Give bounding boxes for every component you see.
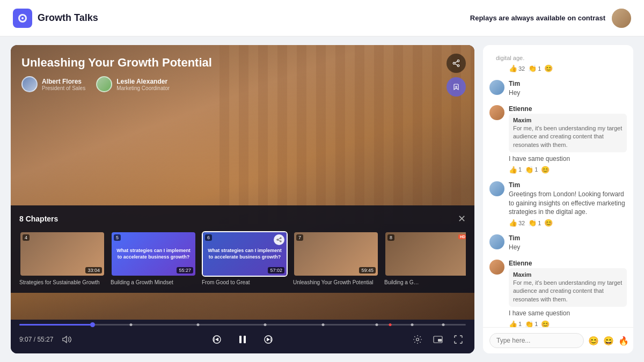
chat-message-tim-1: Tim Hey xyxy=(489,80,627,98)
chapter-item-4[interactable]: 4 33:04 Strategies for Sustainable Growt… xyxy=(19,231,105,285)
chapter-label-5: Building a Growth Mindset xyxy=(111,279,196,285)
chapter-thumb-4: 4 33:04 xyxy=(19,231,105,277)
play-pause-button[interactable] xyxy=(233,330,252,349)
emoji-button-fire[interactable]: 🔥 xyxy=(618,336,629,346)
video-overlay: Unleashing Your Growth Potential Albert … xyxy=(21,56,442,92)
reaction-clap-e2: 👏 1 xyxy=(525,320,538,327)
chapter-hd-badge: HD xyxy=(458,234,466,239)
svg-line-7 xyxy=(455,64,458,65)
svg-line-12 xyxy=(278,240,280,241)
chapter-time-5: 55:27 xyxy=(177,267,193,274)
chat-avatar-etienne-2 xyxy=(489,260,504,275)
reaction-thumbsup-e1: 👍 1 xyxy=(509,166,522,174)
speaker-1-avatar xyxy=(21,76,38,92)
chat-avatar-tim-1 xyxy=(489,80,504,95)
settings-button[interactable] xyxy=(410,332,425,347)
chapter-item-6[interactable]: What strategies can I implement to accel… xyxy=(202,231,288,285)
chat-quoted-text-1: For me, it's been understanding my targe… xyxy=(513,124,623,149)
speaker-1: Albert Flores President of Sales xyxy=(21,76,85,92)
svg-rect-17 xyxy=(438,339,442,342)
chat-quoted-author-1: Maxim xyxy=(513,117,623,123)
marker-6 xyxy=(411,323,414,326)
chat-message-etienne-1: Etienne Maxim For me, it's been understa… xyxy=(489,105,627,174)
controls-right xyxy=(410,332,466,347)
svg-point-3 xyxy=(457,60,459,62)
chapter-thumb-6: What strategies can I implement to accel… xyxy=(202,231,288,277)
chapter-slide-text-6: What strategies can I implement to accel… xyxy=(207,248,282,260)
emoji-button-smile[interactable]: 😊 xyxy=(588,336,599,346)
chapter-thumb-5: What strategies can I implement to accel… xyxy=(111,231,196,277)
chat-body-tim-1: Tim Hey xyxy=(509,80,627,98)
chat-quoted-2: Maxim For me, it's been understanding my… xyxy=(509,268,627,307)
volume-button[interactable] xyxy=(60,332,75,347)
fullscreen-button[interactable] xyxy=(451,332,466,347)
bookmark-button[interactable] xyxy=(447,77,466,97)
marker-live xyxy=(389,323,391,326)
marker-5 xyxy=(375,323,378,326)
svg-rect-13 xyxy=(239,336,241,343)
speaker-2: Leslie Alexander Marketing Coordinator xyxy=(96,76,170,92)
app-logo xyxy=(13,9,32,28)
chat-text-tim-3: Hey xyxy=(509,243,627,252)
progress-fill xyxy=(19,324,93,326)
chapters-panel: 8 Chapters ✕ 4 33:04 Strategies for Sust… xyxy=(11,205,474,293)
chat-reactions-tim-2: 👍 32 👏 1 😊 xyxy=(509,219,627,227)
chat-avatar-etienne-1 xyxy=(489,105,504,120)
svg-rect-14 xyxy=(244,336,246,343)
chapter-thumb-7: 7 59:45 xyxy=(293,231,379,277)
chapter-label-6: From Good to Great xyxy=(202,279,288,285)
chapter-item-5[interactable]: What strategies can I implement to accel… xyxy=(111,231,196,285)
top-bar: Growth Talks Replays are always availabl… xyxy=(0,0,644,36)
reaction-smile-e2: 😊 xyxy=(541,320,550,327)
chat-body-etienne-2: Etienne Maxim For me, it's been understa… xyxy=(509,260,627,327)
chapter-label-4: Strategies for Sustainable Growth xyxy=(19,279,105,285)
reaction-smile: 😊 xyxy=(544,64,553,72)
chat-username-etienne-2: Etienne xyxy=(509,260,627,267)
speaker-2-name: Leslie Alexander xyxy=(116,78,170,85)
top-bar-right: Replays are always available on contrast xyxy=(470,9,631,28)
chat-body-etienne-1: Etienne Maxim For me, it's been understa… xyxy=(509,105,627,174)
time-display: 9:07 / 55:27 xyxy=(19,336,53,343)
speaker-1-role: President of Sales xyxy=(42,85,85,91)
controls-left: 9:07 / 55:27 xyxy=(19,332,75,347)
chapter-time-7: 59:45 xyxy=(359,267,376,274)
pip-button[interactable] xyxy=(430,332,445,347)
chapters-header: 8 Chapters ✕ xyxy=(19,213,466,225)
emoji-button-laugh[interactable]: 😄 xyxy=(603,336,614,346)
marker-3 xyxy=(264,323,266,326)
svg-line-6 xyxy=(455,61,458,63)
reaction-smile-t2: 😊 xyxy=(544,219,553,227)
svg-point-5 xyxy=(453,62,455,64)
marker-2 xyxy=(196,323,199,326)
video-player: Unleashing Your Growth Potential Albert … xyxy=(11,45,474,353)
chapter-num-8: 8 xyxy=(387,234,394,241)
chat-top-reactions: 👍 32 👏 1 😊 xyxy=(489,64,627,72)
chapter-num-4: 4 xyxy=(23,234,30,241)
marker-7 xyxy=(442,323,445,326)
chapter-item-8[interactable]: 8 HD Building a G… xyxy=(384,231,466,285)
chat-context-text: digital age. xyxy=(489,51,627,61)
progress-bar[interactable] xyxy=(19,324,466,326)
chat-text-tim-2: Greetings from London! Looking forward t… xyxy=(509,190,627,217)
speaker-2-avatar xyxy=(96,76,112,92)
chapter-label-8: Building a G… xyxy=(384,279,466,285)
forward-button[interactable] xyxy=(261,332,276,347)
chat-input[interactable] xyxy=(489,333,584,348)
video-actions xyxy=(447,54,466,97)
chapter-item-7[interactable]: 7 59:45 Unleashing Your Growth Potential xyxy=(293,231,379,285)
video-main: Unleashing Your Growth Potential Albert … xyxy=(11,45,474,320)
chat-messages: digital age. 👍 32 👏 1 😊 Tim Hey E xyxy=(483,45,633,327)
chapters-close-button[interactable]: ✕ xyxy=(458,213,466,225)
chat-message-tim-2: Tim Greetings from London! Looking forwa… xyxy=(489,181,627,227)
rewind-button[interactable] xyxy=(209,332,224,347)
app-branding: Growth Talks xyxy=(13,9,98,28)
speaker-2-info: Leslie Alexander Marketing Coordinator xyxy=(116,78,170,91)
chat-input-area: 😊 😄 🔥 xyxy=(483,327,633,353)
share-button[interactable] xyxy=(447,54,466,73)
chat-text-tim-1: Hey xyxy=(509,88,627,98)
chapter-num-5: 5 xyxy=(114,234,121,241)
chat-username-etienne-1: Etienne xyxy=(509,105,627,113)
chat-message-tim-3: Tim Hey xyxy=(489,234,627,252)
video-title: Unleashing Your Growth Potential xyxy=(21,56,442,70)
user-avatar[interactable] xyxy=(612,9,631,28)
